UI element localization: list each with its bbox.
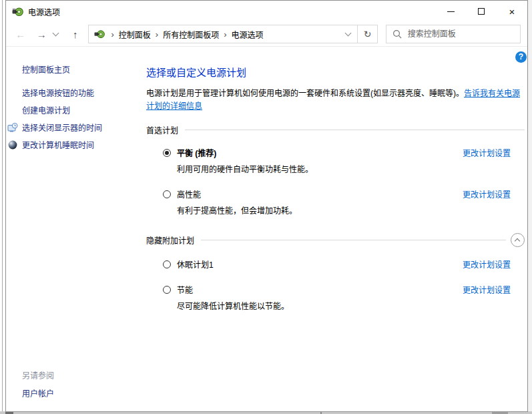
sidebar-item-label: 选择电源按钮的功能 [22,89,94,98]
breadcrumb-item-power-options[interactable]: 电源选项 [231,29,263,40]
recent-pages-chevron-icon[interactable] [53,30,59,37]
up-button[interactable]: ↑ [67,29,83,39]
breadcrumb-item-control-panel[interactable]: 控制面板 [119,29,151,40]
sidebar-item-label: 创建电源计划 [22,106,70,116]
forward-button[interactable]: → [34,29,50,39]
change-plan-settings-link[interactable]: 更改计划设置 [463,284,511,295]
plan-description: 有利于提高性能，但会增加功耗。 [177,204,525,216]
see-also-header: 另请参阅 [22,369,54,381]
task-pane: 控制面板主页 选择电源按钮的功能 创建电源计划 选择关闭显示器的时间 [6,47,146,411]
maximize-button[interactable] [466,1,497,22]
minimize-icon [447,11,455,12]
plan-name: 平衡 (推荐) [177,147,216,158]
breadcrumb-separator-icon: › [151,29,163,39]
plan-name: 高性能 [177,188,201,200]
plan-description: 尽可能降低计算机性能以节能。 [177,300,525,311]
close-button[interactable]: × [497,1,527,22]
change-plan-settings-link[interactable]: 更改计划设置 [463,188,511,200]
chevron-up-icon [515,238,520,244]
section-title: 隐藏附加计划 [146,234,194,246]
power-options-window: 电源选项 × ← → ↑ › 控制面板 › 所有控制面板项 › 电源选项 [5,0,528,412]
minimize-button[interactable] [435,1,466,22]
search-box[interactable] [386,25,521,43]
back-button[interactable]: ← [13,29,29,39]
address-toolbar: ← → ↑ › 控制面板 › 所有控制面板项 › 电源选项 ↻ [6,22,527,47]
sidebar-item-create-plan[interactable]: 创建电源计划 [6,102,146,120]
sidebar-item-label: 选择关闭显示器的时间 [22,124,102,133]
section-divider [185,130,525,130]
change-plan-settings-link[interactable]: 更改计划设置 [463,147,511,158]
breadcrumb-separator-icon: › [106,29,118,39]
description-text: 电源计划是用于管理计算机如何使用电源的一套硬件和系统设置(如显示器亮度、睡眠等)… [146,89,464,98]
section-preferred-plans: 首选计划 [146,124,525,136]
sidebar-item-sleep-time[interactable]: 更改计算机睡眠时间 [6,137,146,154]
sidebar-item-user-accounts[interactable]: 用户帐户 [22,387,54,399]
title-bar[interactable]: 电源选项 × [6,1,527,22]
section-title: 首选计划 [146,124,178,136]
radio-balanced[interactable] [163,149,171,157]
display-clock-icon [7,122,18,133]
radio-high-performance[interactable] [163,190,171,198]
breadcrumb[interactable]: › 控制面板 › 所有控制面板项 › 电源选项 [88,25,358,43]
plan-row-high-performance: 高性能 更改计划设置 [146,188,525,200]
breadcrumb-item-all-items[interactable]: 所有控制面板项 [163,29,219,40]
sidebar-item-control-panel-home[interactable]: 控制面板主页 [6,61,146,79]
plan-row-hibernate: 休眠计划1 更改计划设置 [146,258,525,270]
sleep-icon [7,140,18,150]
sidebar-item-display-off-time[interactable]: 选择关闭显示器的时间 [6,120,146,137]
section-divider [201,240,506,240]
change-plan-settings-link[interactable]: 更改计划设置 [463,258,511,270]
page-description: 电源计划是用于管理计算机如何使用电源的一套硬件和系统设置(如显示器亮度、睡眠等)… [146,87,525,113]
radio-power-saver[interactable] [163,286,171,294]
content-area: 控制面板主页 选择电源按钮的功能 创建电源计划 选择关闭显示器的时间 [6,47,527,411]
search-icon [392,29,402,39]
refresh-button[interactable]: ↻ [357,25,377,43]
close-icon: × [509,7,515,17]
breadcrumb-separator-icon: › [219,29,231,39]
window-title: 电源选项 [28,6,60,17]
plan-row-power-saver: 节能 更改计划设置 [146,284,525,295]
background-window-sliver [0,0,5,414]
power-plug-icon [12,6,23,17]
sidebar-item-label: 更改计算机睡眠时间 [22,141,94,150]
maximize-icon [478,8,485,15]
power-plug-icon [94,29,105,39]
sidebar-item-power-buttons[interactable]: 选择电源按钮的功能 [6,85,146,102]
plan-name: 节能 [177,284,193,295]
plan-description: 利用可用的硬件自动平衡功耗与性能。 [177,163,525,174]
plan-name: 休眠计划1 [177,258,214,270]
help-icon[interactable]: ? [515,51,527,63]
search-input[interactable] [408,29,514,39]
plan-row-balanced: 平衡 (推荐) 更改计划设置 [146,147,525,158]
collapse-section-button[interactable] [511,233,525,247]
main-pane: ? 选择或自定义电源计划 电源计划是用于管理计算机如何使用电源的一套硬件和系统设… [146,47,527,411]
address-dropdown-chevron-icon[interactable] [345,30,352,37]
sidebar-item-label: 控制面板主页 [22,65,70,75]
radio-hibernate-plan[interactable] [163,260,171,268]
page-title: 选择或自定义电源计划 [146,65,525,79]
section-additional-plans: 隐藏附加计划 [146,233,525,247]
